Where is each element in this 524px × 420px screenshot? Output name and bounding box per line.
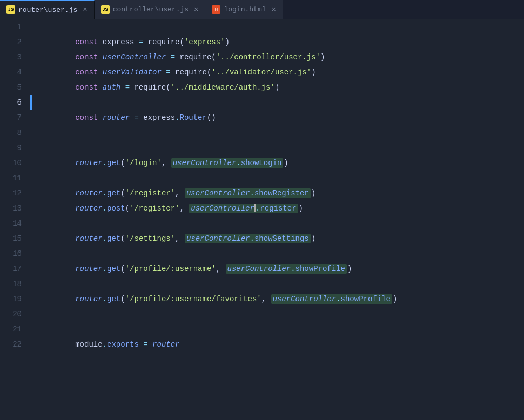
code-line-18: router.get('/profile/:username/favorites… xyxy=(30,276,524,292)
code-line-17 xyxy=(30,261,524,276)
code-line-4: const auth = require('../middleware/auth… xyxy=(30,65,524,80)
tab-label: controller\user.js xyxy=(113,5,189,13)
line-num: 18 xyxy=(6,276,22,292)
line-num: 16 xyxy=(6,246,22,261)
line-num: 13 xyxy=(6,201,22,216)
line-num: 20 xyxy=(6,307,22,322)
code-line-11: router.get('/register', userController.s… xyxy=(30,171,524,186)
code-line-15 xyxy=(30,231,524,246)
line-num: 7 xyxy=(6,110,22,125)
code-line-6: const router = express.Router() xyxy=(30,95,524,110)
tab-login-html[interactable]: H login.html × xyxy=(205,0,283,19)
line-num: 12 xyxy=(6,186,22,201)
tab-label: router\user.js xyxy=(18,6,77,14)
line-num: 3 xyxy=(6,50,22,65)
line-num: 2 xyxy=(6,35,22,50)
code-line-3: const userValidator = require('../valida… xyxy=(30,50,524,65)
code-line-21: module.exports = router xyxy=(30,322,524,337)
code-line-16: router.get('/profile/:username', userCon… xyxy=(30,246,524,261)
close-icon[interactable]: × xyxy=(194,6,198,13)
line-num: 5 xyxy=(6,80,22,95)
tab-bar: JS router\user.js × JS controller\user.j… xyxy=(0,0,524,19)
close-icon[interactable]: × xyxy=(83,6,87,13)
code-line-12: router.post('/register', userController.… xyxy=(30,186,524,201)
line-num: 14 xyxy=(6,216,22,231)
line-num: 21 xyxy=(6,322,22,337)
code-line-2: const userController = require('../contr… xyxy=(30,35,524,50)
line-num: 8 xyxy=(6,125,22,140)
line-numbers: 1 2 3 4 5 6 7 8 9 10 11 12 13 14 15 16 1… xyxy=(0,19,30,420)
line-num: 17 xyxy=(6,261,22,276)
code-line-10 xyxy=(30,155,524,171)
code-line-8 xyxy=(30,125,524,140)
code-line-22 xyxy=(30,337,524,352)
close-icon[interactable]: × xyxy=(271,6,276,13)
code-line-9: router.get('/login', userController.show… xyxy=(30,140,524,155)
html-icon: H xyxy=(212,5,220,14)
code-line-5 xyxy=(30,80,524,95)
line-num: 4 xyxy=(6,65,22,80)
line-num: 15 xyxy=(6,231,22,246)
code-line-14: router.get('/settings', userController.s… xyxy=(30,216,524,231)
editor: 1 2 3 4 5 6 7 8 9 10 11 12 13 14 15 16 1… xyxy=(0,19,524,420)
js-icon: JS xyxy=(6,5,15,14)
line-num: 10 xyxy=(6,155,22,171)
tab-controller-user-js[interactable]: JS controller\user.js × xyxy=(95,0,206,19)
code-line-7 xyxy=(30,110,524,125)
code-line-20 xyxy=(30,307,524,322)
line-num: 9 xyxy=(6,140,22,155)
js-icon: JS xyxy=(101,5,110,14)
line-num: 6 xyxy=(6,95,22,110)
code-line-19 xyxy=(30,292,524,307)
line-num: 11 xyxy=(6,171,22,186)
line-num: 1 xyxy=(6,19,22,35)
code-line-1: const express = require('express') xyxy=(30,19,524,35)
line-num: 19 xyxy=(6,292,22,307)
code-line-13 xyxy=(30,201,524,216)
code-area[interactable]: const express = require('express') const… xyxy=(30,19,524,420)
line-num: 22 xyxy=(6,337,22,352)
tab-label: login.html xyxy=(224,5,266,13)
tab-router-user-js[interactable]: JS router\user.js × xyxy=(0,0,95,19)
